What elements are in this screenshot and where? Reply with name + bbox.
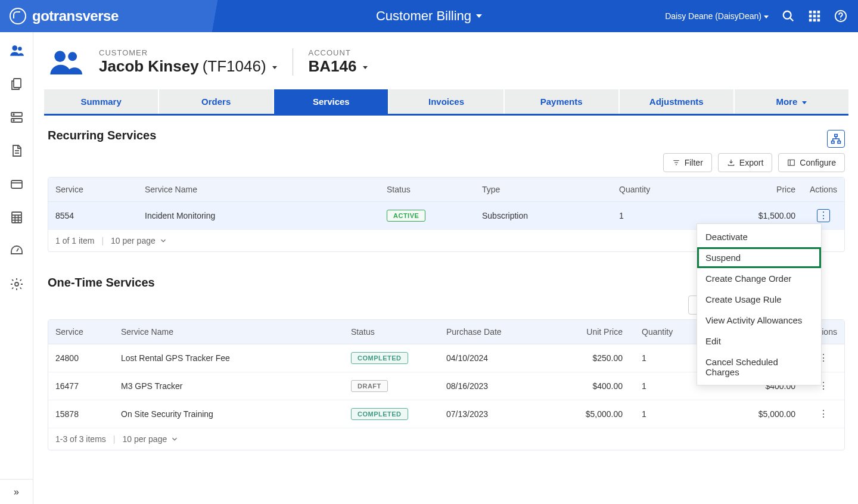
tab-orders[interactable]: Orders bbox=[159, 89, 274, 114]
row-actions-button[interactable]: ⋮ bbox=[817, 209, 830, 222]
sidebar-calculator-icon[interactable] bbox=[9, 210, 24, 225]
svg-point-31 bbox=[15, 282, 18, 286]
svg-rect-40 bbox=[788, 160, 795, 165]
cell-quantity: 1 bbox=[630, 402, 743, 426]
account-label: ACCOUNT bbox=[309, 48, 368, 57]
col-service[interactable]: Service bbox=[48, 320, 114, 344]
sidebar-expand-toggle[interactable]: » bbox=[0, 479, 33, 504]
main: CUSTOMER Jacob Kinsey (TF1046) ACCOUNT B… bbox=[33, 32, 858, 504]
col-unit-price[interactable]: Unit Price bbox=[558, 320, 630, 344]
status-badge: COMPLETED bbox=[351, 352, 408, 364]
col-price[interactable]: Price bbox=[707, 178, 803, 201]
cell-type: Subscription bbox=[475, 204, 612, 228]
customer-name-dropdown[interactable]: Jacob Kinsey (TF1046) bbox=[99, 57, 277, 76]
per-page-dropdown[interactable]: 10 per page bbox=[122, 434, 179, 444]
cell-unit-price: $250.00 bbox=[558, 346, 630, 370]
sidebar-settings-icon[interactable] bbox=[9, 276, 24, 292]
configure-button[interactable]: Configure bbox=[778, 153, 845, 172]
section-recurring: Recurring Services Filter Export Configu… bbox=[44, 129, 848, 252]
svg-line-1 bbox=[790, 18, 794, 21]
cell-date: 08/16/2023 bbox=[439, 374, 558, 398]
sidebar-customers-icon[interactable] bbox=[9, 43, 24, 58]
svg-point-32 bbox=[54, 51, 66, 62]
svg-point-13 bbox=[12, 45, 17, 51]
customer-avatar-icon bbox=[49, 45, 82, 79]
col-type[interactable]: Type bbox=[475, 178, 612, 201]
table-row: 8554 Incident Monitoring ACTIVE Subscrip… bbox=[48, 202, 844, 230]
recurring-table: Service Service Name Status Type Quantit… bbox=[48, 177, 845, 252]
menu-suspend[interactable]: Suspend bbox=[697, 247, 821, 268]
menu-deactivate[interactable]: Deactivate bbox=[697, 226, 821, 247]
menu-cancel-scheduled-charges[interactable]: Cancel Scheduled Charges bbox=[697, 351, 821, 382]
col-status[interactable]: Status bbox=[344, 320, 439, 344]
sidebar-copy-icon[interactable] bbox=[9, 76, 24, 92]
filter-button[interactable]: Filter bbox=[663, 153, 712, 172]
menu-create-usage-rule[interactable]: Create Usage Rule bbox=[697, 289, 821, 310]
svg-point-0 bbox=[784, 11, 791, 19]
configure-label: Configure bbox=[800, 158, 836, 167]
svg-rect-34 bbox=[835, 134, 838, 136]
svg-rect-9 bbox=[813, 19, 816, 22]
status-badge: DRAFT bbox=[351, 380, 388, 392]
user-menu[interactable]: Daisy Deane (DaisyDean) bbox=[665, 11, 769, 21]
col-service-name[interactable]: Service Name bbox=[138, 178, 380, 201]
help-icon[interactable] bbox=[834, 10, 847, 23]
customer-name: Jacob Kinsey bbox=[99, 57, 199, 76]
per-page-label: 10 per page bbox=[122, 434, 167, 444]
cell-date: 07/13/2023 bbox=[439, 402, 558, 426]
col-purchase-date[interactable]: Purchase Date bbox=[439, 320, 558, 344]
account-dropdown[interactable]: BA146 bbox=[309, 57, 368, 76]
tab-adjustments[interactable]: Adjustments bbox=[620, 89, 735, 114]
account-header: CUSTOMER Jacob Kinsey (TF1046) ACCOUNT B… bbox=[44, 42, 848, 89]
menu-create-change-order[interactable]: Create Change Order bbox=[697, 268, 821, 289]
menu-view-activity-allowances[interactable]: View Activity Allowances bbox=[697, 310, 821, 331]
cell-service-id: 16477 bbox=[48, 374, 114, 398]
export-label: Export bbox=[739, 158, 763, 167]
svg-point-18 bbox=[13, 114, 14, 115]
app-title-dropdown[interactable]: Customer Billing bbox=[376, 8, 482, 24]
row-actions-menu: Deactivate Suspend Create Change Order C… bbox=[697, 223, 822, 385]
per-page-label: 10 per page bbox=[111, 236, 156, 245]
vertical-divider bbox=[293, 48, 293, 76]
col-service-name[interactable]: Service Name bbox=[114, 320, 344, 344]
section-title-recurring: Recurring Services bbox=[48, 129, 156, 142]
tab-payments[interactable]: Payments bbox=[505, 89, 620, 114]
svg-rect-2 bbox=[809, 11, 812, 14]
col-service[interactable]: Service bbox=[48, 178, 138, 201]
cell-unit-price: $400.00 bbox=[558, 374, 630, 398]
export-button[interactable]: Export bbox=[718, 153, 772, 172]
sidebar-document-icon[interactable] bbox=[9, 143, 24, 158]
brand-logo-icon bbox=[10, 8, 26, 24]
sidebar-dashboard-icon[interactable] bbox=[9, 243, 24, 259]
col-quantity[interactable]: Quantity bbox=[612, 178, 707, 201]
svg-rect-5 bbox=[809, 15, 812, 18]
hierarchy-button[interactable] bbox=[827, 130, 845, 148]
account-value: BA146 bbox=[309, 57, 357, 76]
search-icon[interactable] bbox=[782, 10, 795, 23]
per-page-dropdown[interactable]: 10 per page bbox=[111, 236, 167, 245]
cell-service-name: Incident Monitoring bbox=[138, 204, 380, 228]
svg-rect-15 bbox=[14, 79, 21, 88]
cell-service-id: 24800 bbox=[48, 346, 114, 370]
cell-quantity: 1 bbox=[612, 204, 707, 228]
row-actions-button[interactable]: ⋮ bbox=[817, 407, 830, 421]
chevron-down-icon bbox=[800, 97, 807, 107]
svg-rect-36 bbox=[838, 141, 841, 143]
svg-rect-6 bbox=[813, 15, 816, 18]
tab-summary[interactable]: Summary bbox=[44, 89, 159, 114]
svg-line-30 bbox=[17, 248, 18, 251]
footer-count: 1 of 1 item bbox=[55, 236, 94, 245]
menu-edit[interactable]: Edit bbox=[697, 331, 821, 351]
col-status[interactable]: Status bbox=[380, 178, 475, 201]
sidebar-card-icon[interactable] bbox=[9, 176, 24, 192]
tab-services[interactable]: Services bbox=[274, 89, 389, 114]
tab-invoices[interactable]: Invoices bbox=[389, 89, 504, 114]
svg-point-33 bbox=[68, 52, 77, 61]
cell-service-id: 15878 bbox=[48, 402, 114, 426]
chevron-down-icon bbox=[360, 57, 368, 76]
svg-rect-3 bbox=[813, 11, 816, 14]
cell-service-name: On Site Security Training bbox=[114, 402, 344, 426]
sidebar-server-icon[interactable] bbox=[9, 110, 24, 125]
tab-more[interactable]: More bbox=[735, 89, 848, 114]
apps-grid-icon[interactable] bbox=[808, 10, 821, 23]
